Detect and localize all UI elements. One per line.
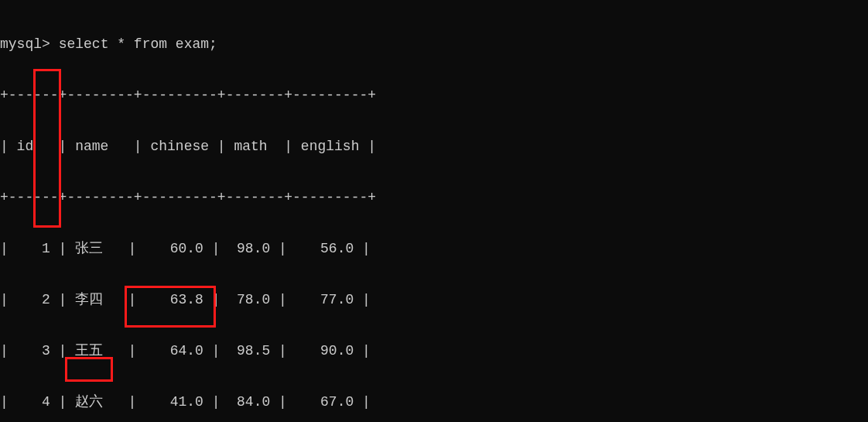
- table1-header: | id | name | chinese | math | english |: [0, 138, 868, 155]
- table1-border-mid: +------+--------+---------+-------+-----…: [0, 189, 868, 206]
- table1-border-top: +------+--------+---------+-------+-----…: [0, 87, 868, 104]
- mysql-prompt: mysql>: [0, 36, 59, 52]
- prompt-line-1[interactable]: mysql> select * from exam;: [0, 36, 868, 53]
- table1-row-3: | 3 | 王五 | 64.0 | 98.5 | 90.0 |: [0, 342, 868, 359]
- table1-row-2: | 2 | 李四 | 63.8 | 78.0 | 77.0 |: [0, 291, 868, 308]
- highlight-count-value: [65, 357, 113, 382]
- terminal-output: mysql> select * from exam; +------+-----…: [0, 0, 868, 422]
- sql-query-1: select * from exam;: [59, 36, 217, 52]
- table1-row-1: | 1 | 张三 | 60.0 | 98.0 | 56.0 |: [0, 240, 868, 257]
- table1-row-4: | 4 | 赵六 | 41.0 | 84.0 | 67.0 |: [0, 393, 868, 410]
